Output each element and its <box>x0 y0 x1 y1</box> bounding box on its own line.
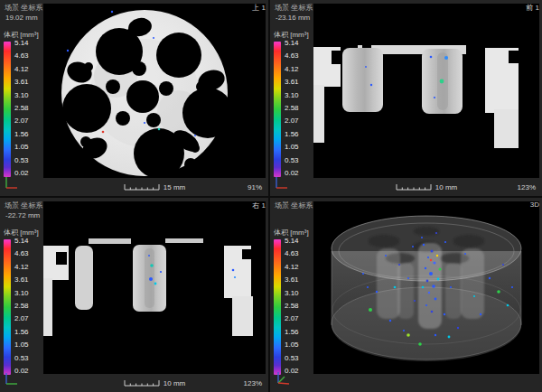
view-orientation-label: 上 1 <box>252 3 266 13</box>
view-header: 场景 坐标系 <box>275 3 313 13</box>
view-header: 场景 坐标系 <box>275 201 313 210</box>
axis-indicator-right-view <box>3 370 19 390</box>
ct-slice-front-image <box>313 4 539 178</box>
panel-right-view: 场景 坐标系 -22.72 mm 右 1 体积 [mm³] 5.144.634.… <box>0 198 268 392</box>
render-viewport-3d[interactable] <box>313 201 539 374</box>
volume-color-legend: 体积 [mm³] 5.144.634.123.613.102.582.071.5… <box>4 30 39 177</box>
colorbar[interactable] <box>274 239 281 375</box>
scale-bar-row: 10 mm 123% <box>313 182 539 193</box>
scale-label: 15 mm <box>164 183 185 191</box>
slice-position-readout: -22.72 mm <box>5 211 40 219</box>
zoom-percent: 91% <box>248 183 262 191</box>
scale-label: 10 mm <box>164 379 185 387</box>
view-header: 场景 坐标系 <box>5 201 42 210</box>
colorbar[interactable] <box>274 42 281 177</box>
volume-color-legend: 体积 [mm³] 5.144.634.123.613.102.582.071.5… <box>274 228 309 375</box>
transparent-part-3d <box>332 216 521 361</box>
slice-viewport-top[interactable] <box>43 4 266 178</box>
colorbar[interactable] <box>4 42 11 177</box>
legend-tick-labels: 5.144.634.123.613.102.582.071.561.050.53… <box>14 40 29 177</box>
view-orientation-label: 3D <box>530 201 539 209</box>
ruler-icon <box>124 379 160 387</box>
ruler-icon <box>396 183 432 191</box>
ct-slice-right-image <box>43 201 266 374</box>
scale-bar-row: 10 mm 123% <box>43 378 266 389</box>
volume-color-legend: 体积 [mm³] 5.144.634.123.613.102.582.071.5… <box>4 228 39 375</box>
colorbar[interactable] <box>4 239 11 375</box>
zoom-percent: 123% <box>518 183 536 191</box>
zoom-percent: 123% <box>244 379 262 387</box>
axis-indicator-top-view <box>3 174 19 194</box>
axis-indicator-3d-view <box>273 369 291 390</box>
slice-viewport-front[interactable] <box>313 4 539 178</box>
ct-3d-render-image <box>313 201 539 374</box>
axis-indicator-front-view <box>273 174 289 194</box>
slice-viewport-right[interactable] <box>43 201 266 374</box>
front-cross-section <box>313 45 519 148</box>
view-header: 场景 坐标系 <box>5 3 42 13</box>
volume-color-legend: 体积 [mm³] 5.144.634.123.613.102.582.071.5… <box>274 30 309 177</box>
view-orientation-label: 右 1 <box>252 201 266 210</box>
ct-slice-top-image <box>43 4 266 178</box>
scale-bar-row: 15 mm 91% <box>43 182 266 193</box>
slice-position-readout: 19.02 mm <box>5 14 38 22</box>
panel-3d-view: 场景 坐标系 3D 体积 [mm³] 5.144.634.123.613.102… <box>270 198 542 392</box>
view-orientation-label: 前 1 <box>526 3 539 13</box>
panel-top-view: 场景 坐标系 19.02 mm 上 1 体积 [mm³] 5.144.634.1… <box>0 0 268 196</box>
scale-label: 10 mm <box>435 183 457 191</box>
ruler-icon <box>124 183 160 191</box>
legend-tick-labels: 5.144.634.123.613.102.582.071.561.050.53… <box>285 40 299 177</box>
slice-position-readout: -23.16 mm <box>276 14 310 22</box>
legend-tick-labels: 5.144.634.123.613.102.582.071.561.050.53… <box>285 238 299 375</box>
legend-tick-labels: 5.144.634.123.613.102.582.071.561.050.53… <box>14 238 29 375</box>
ct-analysis-app: 场景 坐标系 19.02 mm 上 1 体积 [mm³] 5.144.634.1… <box>0 0 542 392</box>
panel-front-view: 场景 坐标系 -23.16 mm 前 1 体积 [mm³] 5.144.634.… <box>270 0 542 196</box>
right-cross-section <box>43 238 253 336</box>
disc-cross-section <box>61 10 233 178</box>
